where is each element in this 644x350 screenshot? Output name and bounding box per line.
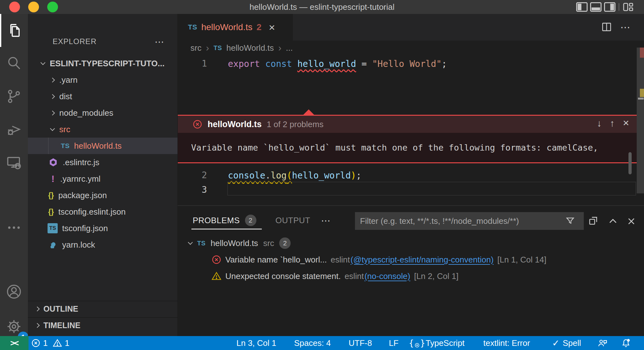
outline-section-header[interactable]: OUTLINE (28, 301, 177, 317)
tab-strip: TS helloWorld.ts 2 × ⋯ (178, 14, 644, 41)
problem-row-warning[interactable]: Unexpected console statement. eslint(no-… (178, 268, 644, 284)
code-line-1: export const hello_world = "Hello World"… (228, 56, 447, 71)
file-row-yarn-lock[interactable]: yarn.lock (28, 237, 177, 253)
split-editor-icon[interactable] (601, 21, 613, 33)
customize-layout-icon[interactable] (622, 2, 634, 12)
timeline-section-header[interactable]: TIMELINE (28, 317, 177, 333)
remote-indicator[interactable]: >< (0, 336, 29, 350)
explorer-icon[interactable] (0, 14, 28, 47)
spell-checker-status[interactable]: ✓ Spell (552, 336, 581, 350)
previous-problem-icon[interactable]: ↑ (610, 118, 615, 129)
language-status-icon[interactable]: { } (409, 336, 425, 350)
file-row-package-json[interactable]: {} package.json (28, 187, 177, 204)
breadcrumb-file[interactable]: helloWorld.ts (226, 43, 274, 53)
language-mode-status[interactable]: TypeScript (426, 336, 465, 350)
explorer-sidebar: EXPLORER ⋯ ESLINT-TYPESCRIPT-TUTO... .ya… (28, 14, 177, 336)
typescript-file-icon: TS (197, 240, 206, 247)
file-row-tsconfig-eslint-json[interactable]: {} tsconfig.eslint.json (28, 204, 177, 220)
group-count-badge: 2 (279, 237, 291, 249)
workspace-root-folder[interactable]: ESLINT-TYPESCRIPT-TUTO... (28, 55, 177, 72)
peek-arrow (303, 109, 314, 115)
explorer-more-actions-icon[interactable]: ⋯ (155, 34, 164, 49)
chevron-down-icon (188, 240, 193, 245)
error-peek-widget: helloWorld.ts 1 of 2 problems ↓ ↑ × Vari… (178, 115, 637, 163)
typescript-file-icon: TS (214, 44, 222, 52)
indentation-status[interactable]: Spaces: 4 (294, 336, 331, 350)
feedback-icon[interactable] (597, 336, 608, 350)
editor-more-actions-icon[interactable]: ⋯ (620, 14, 630, 41)
file-row-tsconfig-json[interactable]: TS tsconfig.json (28, 220, 177, 237)
folder-row-node-modules[interactable]: node_modules (28, 105, 177, 121)
yarn-cat-icon (48, 240, 58, 250)
search-icon[interactable] (0, 47, 28, 80)
peek-scrollbar[interactable] (628, 152, 632, 163)
folder-row-yarn[interactable]: .yarn (28, 72, 177, 88)
breadcrumb-symbol-more[interactable]: ... (286, 43, 293, 53)
tab-close-icon[interactable]: × (269, 21, 275, 34)
source-control-icon[interactable] (0, 80, 28, 113)
vscode-window: helloWorld.ts — eslint-typescript-tutori… (0, 0, 644, 350)
notifications-bell-icon[interactable] (621, 336, 631, 350)
file-row-helloworld-ts[interactable]: TS helloWorld.ts 2 (28, 138, 177, 154)
tab-output[interactable]: OUTPUT (275, 206, 310, 235)
indent-guide (48, 138, 48, 154)
toggle-panel-icon[interactable] (589, 2, 602, 12)
toggle-sidebar-icon[interactable] (576, 2, 588, 12)
tsconfig-file-icon: TS (48, 223, 58, 233)
peek-close-icon[interactable]: × (623, 117, 629, 129)
folder-row-dist[interactable]: dist (28, 88, 177, 105)
run-debug-icon[interactable] (0, 113, 28, 146)
problems-group-row[interactable]: TS helloWorld.ts src 2 (178, 235, 644, 251)
line-number[interactable]: 1 (178, 56, 207, 71)
collapse-all-icon[interactable] (588, 215, 599, 226)
chevron-down-icon (41, 60, 46, 65)
eol-status[interactable]: LF (389, 336, 398, 350)
rule-link[interactable]: (no-console) (364, 271, 410, 281)
error-icon (211, 255, 222, 265)
file-row-eslintrc-js[interactable]: .eslintrc.js (28, 154, 177, 171)
chevron-right-icon (50, 110, 55, 115)
error-icon (192, 119, 203, 129)
tab-helloworld-ts[interactable]: TS helloWorld.ts 2 × (178, 14, 293, 41)
maximize-panel-icon[interactable] (608, 216, 618, 227)
chevron-right-icon (50, 94, 55, 99)
breadcrumb: src › TS helloWorld.ts › ... (178, 41, 644, 55)
textlint-status[interactable]: textlint: Error (483, 336, 530, 350)
json-file-icon: {} (48, 191, 54, 200)
tab-problems[interactable]: PROBLEMS 2 (193, 206, 256, 235)
panel-more-tabs-icon[interactable]: ⋯ (321, 206, 331, 235)
remote-explorer-icon[interactable] (0, 146, 28, 179)
rule-link[interactable]: (@typescript-eslint/naming-convention) (351, 255, 493, 265)
accounts-icon[interactable] (0, 276, 28, 308)
close-panel-icon[interactable] (626, 216, 637, 227)
json-file-icon: {} (48, 208, 54, 216)
typescript-file-icon: TS (188, 23, 197, 31)
next-problem-icon[interactable]: ↓ (597, 118, 602, 129)
peek-title: helloWorld.ts (208, 120, 262, 129)
problem-row-error[interactable]: Variable name `hello_worl... eslint(@typ… (178, 251, 644, 268)
window-title: helloWorld.ts — eslint-typescript-tutori… (0, 0, 644, 14)
ruler-cursor-marker (638, 98, 644, 100)
eslint-file-icon (48, 157, 58, 167)
problems-status[interactable]: 1 1 (31, 336, 69, 350)
peek-message: Variable name `hello_world` must match o… (178, 143, 598, 152)
editor-scrollbar[interactable] (637, 48, 644, 193)
language-error-dot-icon (415, 343, 420, 348)
encoding-status[interactable]: UTF-8 (349, 336, 372, 350)
problems-filter-input[interactable] (355, 212, 584, 230)
code-editor[interactable]: 1 export const hello_world = "Hello Worl… (178, 55, 644, 205)
folder-row-src[interactable]: src (28, 121, 177, 138)
more-views-icon[interactable] (0, 212, 28, 243)
error-count-icon (31, 338, 41, 348)
filter-funnel-icon[interactable] (565, 216, 575, 226)
breadcrumb-folder[interactable]: src (190, 43, 202, 53)
cursor-position-status[interactable]: Ln 3, Col 1 (236, 336, 276, 350)
peek-message-area[interactable]: Variable name `hello_world` must match o… (178, 133, 637, 163)
file-row-yarnrc-yml[interactable]: ! .yarnrc.yml (28, 171, 177, 187)
line-number[interactable]: 2 (178, 168, 207, 183)
line-number-active[interactable]: 3 (178, 182, 207, 198)
toggle-secondary-sidebar-icon[interactable] (603, 2, 616, 12)
warning-icon (211, 271, 222, 281)
chevron-right-icon (35, 323, 40, 328)
tab-problems-badge: 2 (256, 22, 261, 32)
